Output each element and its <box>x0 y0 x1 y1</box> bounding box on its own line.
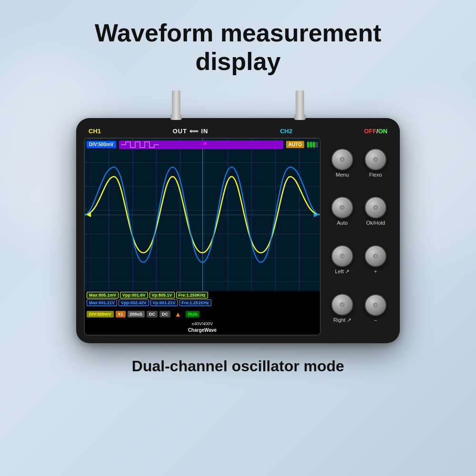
probe-left <box>170 90 182 120</box>
ch2-arrow: ► <box>312 211 319 218</box>
oscilloscope-device: CH1 OUT ⟸ IN CH2 OFF/ON <box>76 118 400 343</box>
plus-knob-group: + <box>365 245 387 274</box>
right-knob-group: Right ↗ <box>331 294 353 323</box>
title-line2: display <box>195 48 280 75</box>
probes <box>76 90 400 120</box>
minus-label: − <box>374 317 377 323</box>
left-knob-group: Left ↗ <box>331 245 353 275</box>
div-badge: DIV:500mV <box>87 141 116 148</box>
waveform-svg <box>85 139 320 291</box>
probe-right <box>294 90 306 120</box>
voltage-label: ±40V/400V <box>85 320 320 327</box>
probe-neck-right <box>296 90 304 114</box>
status-dc1: DC <box>147 311 158 317</box>
button-row-2: Auto Ok/Hold <box>326 197 392 226</box>
oscilloscope-screen-wrapper: DIV:500mV AUTO <box>84 138 321 336</box>
flexo-knob[interactable] <box>365 149 387 170</box>
meas-1-3: Vp:805.1V <box>149 292 175 298</box>
okhold-knob[interactable] <box>365 197 387 218</box>
menu-knob-group: Menu <box>331 149 353 178</box>
right-label: Right ↗ <box>333 317 351 323</box>
meas-2-2: Vpp:002.42V <box>119 299 149 306</box>
meas-row-2: Max:001.21V Vpp:002.42V Vp:001.21V Fre:1… <box>87 299 318 306</box>
plus-label: + <box>374 268 377 274</box>
main-content-row: DIV:500mV AUTO <box>84 138 392 336</box>
plus-knob[interactable] <box>365 245 387 267</box>
button-row-1: Menu Flexo <box>326 149 392 178</box>
ch2-label: CH2 <box>280 128 292 135</box>
minus-knob-group: − <box>365 294 387 323</box>
probe-neck-left <box>172 90 180 114</box>
auto-knob[interactable] <box>331 197 353 218</box>
menu-label: Menu <box>336 172 349 178</box>
minus-knob[interactable] <box>365 294 387 316</box>
auto-knob-group: Auto <box>331 197 353 226</box>
meas-1-1: Max:805.1mV <box>87 292 119 298</box>
probe-tip-right <box>294 114 306 120</box>
out-in-label: OUT ⟸ IN <box>173 128 208 135</box>
measurement-rows: Max:805.1mV Vpp:001.6V Vp:805.1V Fre:1.2… <box>85 291 320 308</box>
bottom-caption: Dual-channel oscillator mode <box>132 357 344 375</box>
status-time: 200uS <box>128 311 145 317</box>
status-trigger-arrow: ▲ <box>172 309 184 319</box>
brand-label: ChargeWave <box>85 327 320 335</box>
meas-2-1: Max:001.21V <box>87 299 117 306</box>
meas-1-2: Vpp:001.6V <box>120 292 148 298</box>
wave-badge <box>119 140 283 149</box>
title-line1: Waveform measurement <box>95 19 381 47</box>
meas-1-4: Fre:1.250KHz <box>176 292 208 298</box>
top-label-bar: CH1 OUT ⟸ IN CH2 OFF/ON <box>84 126 392 138</box>
ch1-arrow: ◄ <box>86 211 92 218</box>
flexo-knob-group: Flexo <box>365 149 387 178</box>
menu-knob[interactable] <box>331 149 353 170</box>
button-panel: Menu Flexo Auto Ok/Hold <box>326 138 392 336</box>
device-container: CH1 OUT ⟸ IN CH2 OFF/ON <box>76 90 400 343</box>
ch1-label: CH1 <box>89 128 101 135</box>
page-title: Waveform measurement display <box>95 19 381 76</box>
status-bar: DIV:500mV X1 200uS DC DC ▲ RUN <box>85 308 320 320</box>
button-row-4: Right ↗ − <box>326 294 392 323</box>
meas-row-1: Max:805.1mV Vpp:001.6V Vp:805.1V Fre:1.2… <box>87 292 318 298</box>
battery-icon <box>307 142 318 148</box>
flexo-label: Flexo <box>369 172 382 178</box>
left-knob[interactable] <box>331 245 353 267</box>
button-row-3: Left ↗ + <box>326 245 392 275</box>
off-on-label: OFF/ON <box>364 128 387 135</box>
okhold-label: Ok/Hold <box>366 220 385 226</box>
auto-badge: AUTO <box>286 141 304 148</box>
trigger-marker: ▼ <box>202 140 208 147</box>
auto-label: Auto <box>337 220 348 226</box>
status-dc2: DC <box>159 311 170 317</box>
probe-tip-left <box>170 114 182 120</box>
okhold-knob-group: Ok/Hold <box>365 197 387 226</box>
status-div: DIV:500mV <box>87 311 114 317</box>
status-x1: X1 <box>116 311 126 317</box>
right-knob[interactable] <box>331 294 353 316</box>
meas-2-3: Vp:001.21V <box>150 299 178 306</box>
status-run: RUN <box>186 311 200 317</box>
meas-2-4: Fre:1.251KHz <box>179 299 211 306</box>
left-label: Left ↗ <box>335 268 349 275</box>
oscilloscope-screen: DIV:500mV AUTO <box>85 139 320 291</box>
